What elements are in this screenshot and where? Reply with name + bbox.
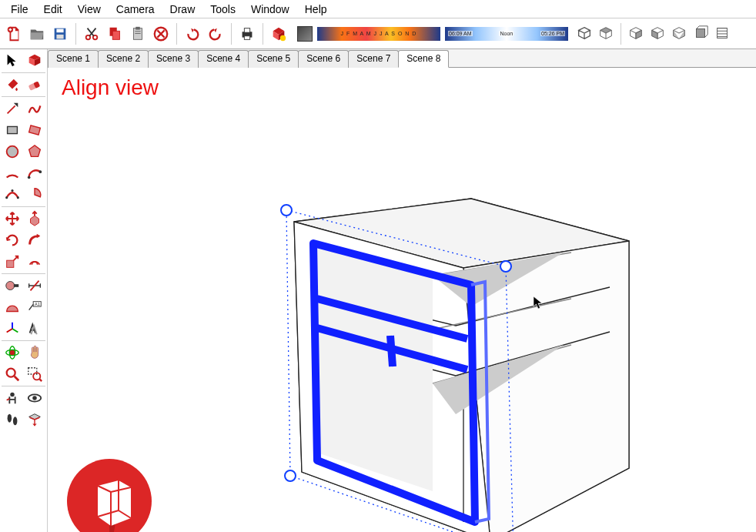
svg-rect-15	[244, 35, 249, 39]
svg-point-48	[285, 470, 296, 481]
scene-tab-1[interactable]: Scene 1	[48, 50, 99, 68]
iso-view-button[interactable]	[574, 23, 594, 43]
polygon-tool[interactable]	[25, 142, 46, 162]
time-slider[interactable]: 06:09 AM Noon 05:26 PM	[445, 27, 568, 41]
redo-button[interactable]	[205, 23, 226, 45]
menu-draw[interactable]: Draw	[164, 2, 202, 17]
zoom-tool[interactable]	[2, 364, 23, 384]
save-button[interactable]	[49, 23, 71, 45]
scene-tab-2[interactable]: Scene 2	[98, 50, 149, 68]
svg-rect-22	[29, 125, 41, 135]
paint-bucket-tool[interactable]	[2, 75, 23, 95]
menu-window[interactable]: Window	[245, 2, 296, 17]
zoom-window-tool[interactable]	[25, 364, 46, 384]
scale-tool[interactable]	[2, 252, 23, 272]
tape-measure-tool[interactable]	[2, 276, 23, 296]
views-toolbar	[574, 23, 732, 45]
cursor-icon	[533, 296, 544, 313]
scene-tab-6[interactable]: Scene 6	[298, 50, 349, 68]
menu-view[interactable]: View	[72, 2, 107, 17]
circle-tool[interactable]	[2, 142, 23, 162]
shadow-toggle-icon[interactable]	[297, 26, 313, 42]
menu-help[interactable]: Help	[299, 2, 333, 17]
position-camera-tool[interactable]	[2, 388, 23, 408]
month-slider[interactable]: J F M A M J J A S O N D	[317, 27, 440, 41]
svg-rect-14	[244, 28, 249, 32]
select-tool[interactable]	[2, 51, 23, 71]
print-button[interactable]	[236, 23, 258, 45]
undo-button[interactable]	[182, 23, 203, 45]
svg-point-43	[7, 414, 11, 423]
scene-label: Align view	[62, 75, 159, 100]
svg-point-40	[10, 393, 15, 397]
svg-rect-7	[112, 31, 119, 39]
left-view-button[interactable]	[691, 23, 711, 43]
paste-button[interactable]	[127, 23, 149, 45]
menu-file[interactable]: File	[5, 2, 35, 17]
axes-tool[interactable]	[2, 319, 23, 339]
model-info-button[interactable]	[268, 23, 289, 45]
top-view-button[interactable]	[596, 23, 616, 43]
pan-tool[interactable]	[25, 343, 46, 363]
svg-point-34	[9, 350, 15, 355]
back-view-button[interactable]	[669, 23, 689, 43]
svg-rect-17	[697, 28, 705, 37]
svg-rect-10	[135, 31, 140, 32]
new-file-button[interactable]	[3, 23, 25, 45]
svg-rect-29	[6, 260, 13, 267]
eraser-tool[interactable]	[25, 75, 46, 95]
time-start-label: 06:09 AM	[448, 31, 473, 36]
two-point-arc-tool[interactable]	[25, 163, 46, 183]
menu-tools[interactable]: Tools	[204, 2, 242, 17]
bottom-view-button[interactable]	[712, 23, 732, 43]
look-around-tool[interactable]	[25, 388, 46, 408]
svg-point-23	[6, 146, 18, 158]
svg-point-44	[13, 417, 17, 425]
walk-tool[interactable]	[2, 410, 23, 430]
top-toolbar: J F M A M J J A S O N D 06:09 AM Noon 05…	[0, 18, 756, 49]
rotated-rectangle-tool[interactable]	[25, 120, 46, 140]
right-view-button[interactable]	[647, 23, 667, 43]
menu-bar: File Edit View Camera Draw Tools Window …	[0, 0, 756, 18]
scene-tab-7[interactable]: Scene 7	[348, 50, 399, 68]
app-logo-icon	[63, 455, 156, 532]
rectangle-tool[interactable]	[2, 120, 23, 140]
section-plane-tool[interactable]	[25, 410, 46, 430]
menu-edit[interactable]: Edit	[38, 2, 69, 17]
text-tool[interactable]: A1	[25, 297, 46, 317]
svg-point-46	[500, 261, 511, 272]
arc-tool[interactable]	[2, 163, 23, 183]
svg-rect-21	[7, 126, 17, 133]
scene-tab-5[interactable]: Scene 5	[248, 50, 299, 68]
svg-point-45	[281, 205, 292, 216]
shadow-toolbar: J F M A M J J A S O N D 06:09 AM Noon 05…	[297, 26, 568, 42]
cut-button[interactable]	[81, 23, 102, 45]
dimension-tool[interactable]	[25, 276, 46, 296]
scene-tab-8[interactable]: Scene 8	[398, 50, 449, 68]
viewport-3d[interactable]: Align view	[48, 68, 756, 532]
orbit-tool[interactable]	[2, 343, 23, 363]
open-file-button[interactable]	[26, 23, 48, 45]
pie-tool[interactable]	[25, 185, 46, 205]
three-point-arc-tool[interactable]	[2, 185, 23, 205]
offset-tool[interactable]	[25, 252, 46, 272]
copy-button[interactable]	[104, 23, 125, 45]
scene-tab-3[interactable]: Scene 3	[148, 50, 199, 68]
left-toolbox: A1	[0, 49, 48, 532]
menu-camera[interactable]: Camera	[110, 2, 161, 17]
protractor-tool[interactable]	[2, 297, 23, 317]
freehand-tool[interactable]	[25, 99, 46, 119]
3d-text-tool[interactable]	[25, 319, 46, 339]
scene-tab-4[interactable]: Scene 4	[198, 50, 249, 68]
cancel-button[interactable]	[150, 23, 172, 45]
follow-me-tool[interactable]	[25, 230, 46, 250]
front-view-button[interactable]	[626, 23, 646, 43]
line-tool[interactable]	[2, 99, 23, 119]
svg-point-25	[39, 170, 42, 173]
time-end-label: 05:26 PM	[540, 31, 565, 36]
rotate-tool[interactable]	[2, 230, 23, 250]
model-3d-cabinet	[240, 129, 671, 532]
push-pull-tool[interactable]	[25, 209, 46, 229]
move-tool[interactable]	[2, 209, 23, 229]
make-component-tool[interactable]	[25, 51, 46, 71]
